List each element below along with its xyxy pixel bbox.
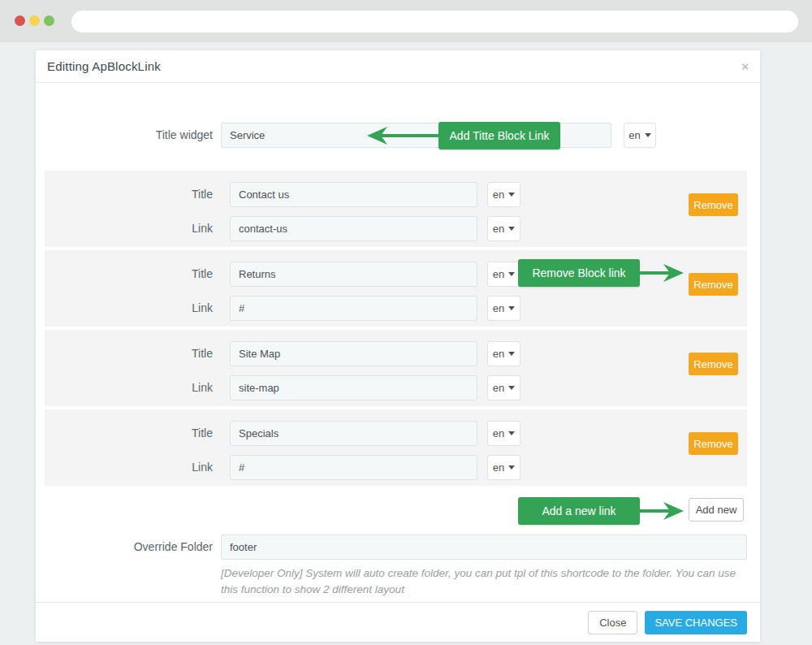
lang-label: en — [493, 348, 504, 360]
chevron-down-icon — [508, 306, 515, 310]
block3-title-lang-dropdown[interactable]: en — [487, 341, 520, 366]
block4-title-input[interactable] — [230, 421, 477, 446]
link-label: Link — [45, 296, 213, 320]
arrow-right-icon — [638, 500, 685, 522]
chevron-down-icon — [508, 193, 515, 197]
block-title-row: Title en Remove — [45, 182, 747, 207]
lang-label: en — [493, 188, 504, 201]
block-link-row: Link en — [45, 375, 747, 400]
block1-remove-button[interactable]: Remove — [689, 193, 738, 216]
title-label: Title — [45, 421, 213, 445]
chevron-down-icon — [508, 352, 515, 356]
lang-label: en — [493, 223, 504, 235]
block-link-row: Link en — [45, 455, 747, 480]
window-close-dot-icon[interactable] — [15, 15, 25, 26]
title-label: Title — [45, 262, 213, 286]
link-label: Link — [45, 455, 213, 479]
close-icon[interactable]: × — [741, 60, 749, 72]
browser-topbar — [0, 0, 812, 42]
block-title-row: Title en Remove — [45, 421, 747, 446]
block3-link-input[interactable] — [230, 375, 477, 400]
arrow-left-icon — [365, 124, 440, 147]
override-folder-help-text: [Developer Only] System will auto create… — [221, 565, 753, 597]
modal-footer: Close SAVE CHANGES — [36, 602, 760, 642]
block2-remove-button[interactable]: Remove — [689, 273, 738, 296]
title-label: Title — [45, 182, 213, 206]
block4-title-lang-dropdown[interactable]: en — [487, 421, 520, 446]
save-changes-button[interactable]: SAVE CHANGES — [645, 611, 747, 634]
link-block-1: Title en Remove Link en — [45, 171, 747, 247]
lang-label: en — [628, 129, 640, 141]
block4-link-lang-dropdown[interactable]: en — [487, 455, 520, 480]
window-maximize-dot-icon[interactable] — [44, 15, 54, 26]
block1-title-lang-dropdown[interactable]: en — [487, 182, 520, 207]
block1-link-input[interactable] — [230, 216, 477, 241]
chevron-down-icon — [508, 272, 515, 276]
title-widget-lang-dropdown[interactable]: en — [624, 123, 656, 148]
link-label: Link — [45, 216, 213, 240]
chevron-down-icon — [508, 431, 515, 435]
block4-remove-button[interactable]: Remove — [689, 432, 738, 455]
chevron-down-icon — [508, 227, 515, 231]
chevron-down-icon — [645, 133, 651, 137]
title-widget-label: Title widget — [36, 123, 213, 147]
lang-label: en — [493, 427, 504, 439]
link-block-3: Title en Remove Link en — [45, 330, 747, 406]
block3-link-lang-dropdown[interactable]: en — [487, 375, 520, 400]
link-label: Link — [45, 375, 213, 400]
callout-add-title-block-link: Add Titte Block Link — [438, 122, 560, 149]
chevron-down-icon — [508, 465, 515, 470]
window-minimize-dot-icon[interactable] — [29, 15, 40, 26]
block2-link-lang-dropdown[interactable]: en — [487, 296, 520, 321]
override-folder-input[interactable] — [221, 535, 747, 560]
close-button[interactable]: Close — [588, 611, 637, 634]
override-folder-label: Override Folder — [36, 535, 213, 559]
link-block-4: Title en Remove Link en — [45, 409, 747, 486]
chevron-down-icon — [508, 386, 515, 390]
block-link-row: Link en — [45, 216, 747, 241]
block1-title-input[interactable] — [230, 182, 477, 207]
block3-remove-button[interactable]: Remove — [689, 353, 738, 375]
modal-header: Editting ApBlockLink × — [36, 50, 760, 83]
lang-label: en — [493, 382, 504, 394]
block-link-row: Link en — [45, 296, 747, 321]
lang-label: en — [493, 302, 504, 314]
title-label: Title — [45, 341, 213, 366]
block4-link-input[interactable] — [230, 455, 477, 480]
callout-add-a-new-link: Add a new link — [518, 497, 640, 525]
override-folder-row: Override Folder — [36, 535, 760, 560]
arrow-right-icon — [638, 262, 685, 284]
block2-title-lang-dropdown[interactable]: en — [487, 262, 520, 287]
block-title-row: Title en Remove — [45, 341, 747, 366]
modal-title: Editting ApBlockLink — [47, 59, 161, 73]
block3-title-input[interactable] — [230, 341, 477, 366]
add-new-button[interactable]: Add new — [689, 498, 744, 522]
block2-title-input[interactable] — [230, 262, 477, 287]
lang-label: en — [493, 461, 504, 474]
lang-label: en — [493, 268, 504, 280]
callout-remove-block-link: Remove Block link — [518, 259, 640, 287]
block2-link-input[interactable] — [230, 296, 477, 321]
block1-link-lang-dropdown[interactable]: en — [487, 216, 520, 241]
address-bar[interactable] — [71, 11, 798, 32]
